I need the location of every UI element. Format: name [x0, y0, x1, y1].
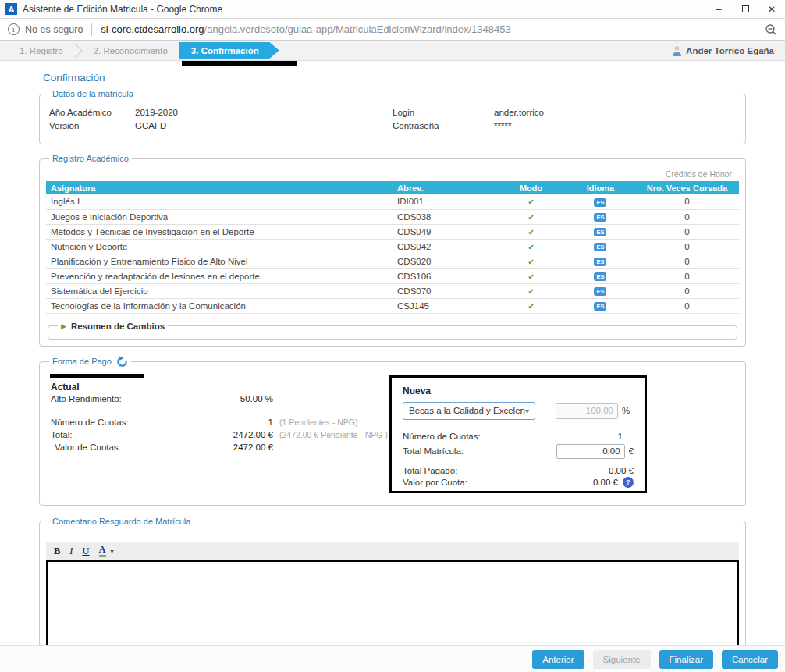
- window-titlebar: A Asistente de Edición Matricula - Googl…: [0, 0, 785, 19]
- language-es-badge[interactable]: ES: [594, 272, 606, 282]
- alto-rendimiento-label: Alto Rendimiento:: [51, 393, 187, 405]
- cell-veces: 0: [635, 209, 739, 224]
- cell-abrev: CDS106: [392, 268, 496, 283]
- cancelar-button[interactable]: Cancelar: [722, 650, 778, 669]
- active-tab-annotation-bar: [182, 61, 297, 66]
- step-reconocimiento[interactable]: 2. Reconocimiento: [94, 46, 168, 55]
- language-es-badge[interactable]: ES: [594, 302, 606, 311]
- cell-asignatura: Tecnologías de la Información y la Comun…: [46, 298, 392, 313]
- valor-cuotas-label: Valor de Cuotas:: [51, 441, 187, 453]
- cell-abrev: CDS042: [392, 239, 496, 254]
- cell-abrev: CDS049: [392, 224, 496, 239]
- url-host: si-core.ctdesarrollo.org: [101, 23, 204, 35]
- refresh-icon[interactable]: [116, 356, 128, 368]
- url-separator: [91, 23, 92, 36]
- version-label: Versión: [49, 119, 135, 133]
- anio-academico-label: Año Académico: [49, 106, 135, 119]
- table-row[interactable]: Inglés I IDI001 ✔ ES 0: [46, 194, 739, 209]
- language-es-badge[interactable]: ES: [594, 258, 606, 267]
- italic-button[interactable]: I: [69, 546, 73, 556]
- language-es-badge[interactable]: ES: [594, 287, 606, 297]
- login-value: ander.torrico: [494, 106, 544, 119]
- font-color-button[interactable]: A: [99, 545, 106, 557]
- col-veces: Nro. Veces Cursada: [635, 181, 739, 194]
- col-abrev: Abrev.: [392, 181, 496, 194]
- datos-matricula-legend: Datos de la matrícula: [49, 89, 137, 98]
- resumen-cambios-label[interactable]: Resumen de Cambios: [71, 322, 165, 331]
- table-row[interactable]: Planificación y Entrenamiento Físico de …: [46, 254, 739, 268]
- check-icon: ✔: [527, 287, 534, 296]
- registro-academico-section: Registro Académico Créditos de Honor: As…: [39, 154, 746, 347]
- step-confirmacion-active[interactable]: 3. Confirmación: [179, 42, 279, 59]
- check-icon: ✔: [527, 228, 534, 236]
- cell-veces: 0: [635, 298, 739, 313]
- beca-selected-option: Becas a la Calidad y Excelen: [409, 406, 525, 415]
- table-row[interactable]: Prevención y readaptación de lesiones en…: [46, 268, 739, 283]
- alto-rendimiento-value: 50.00 %: [187, 393, 273, 405]
- nueva-title: Nueva: [403, 386, 634, 396]
- total-matricula-input[interactable]: [556, 444, 625, 459]
- pago-nueva-box: Nueva Becas a la Calidad y Excelen ▾ % N…: [389, 375, 647, 493]
- resumen-cambios-section: ▶ Resumen de Cambios: [48, 322, 737, 340]
- table-row[interactable]: Tecnologías de la Información y la Comun…: [46, 298, 739, 313]
- minimize-button[interactable]: –: [705, 0, 732, 18]
- forma-pago-section: Forma de Pago Actual Alto Rendimiento: 5…: [39, 356, 746, 506]
- cell-veces: 0: [635, 268, 739, 283]
- table-row[interactable]: Nutrición y Deporte CDS042 ✔ ES 0: [46, 239, 739, 254]
- expand-triangle-icon[interactable]: ▶: [61, 322, 66, 330]
- cell-abrev: CSJ145: [392, 298, 496, 313]
- creditos-honor-label: Créditos de Honor:: [46, 168, 739, 181]
- finalizar-button[interactable]: Finalizar: [659, 650, 713, 669]
- cell-veces: 0: [635, 224, 739, 239]
- language-es-badge[interactable]: ES: [594, 213, 606, 222]
- cell-veces: 0: [635, 194, 739, 209]
- language-es-badge[interactable]: ES: [594, 228, 606, 237]
- registro-academico-legend: Registro Académico: [49, 154, 132, 163]
- cell-abrev: CDS020: [392, 254, 496, 268]
- col-asignatura: Asignatura: [46, 181, 392, 194]
- help-icon[interactable]: ?: [623, 477, 634, 488]
- total-pagado-label: Total Pagado:: [403, 466, 609, 475]
- total-matricula-label: Total Matrícula:: [403, 446, 556, 456]
- bold-button[interactable]: B: [54, 546, 60, 556]
- cell-asignatura: Inglés I: [46, 194, 392, 209]
- user-icon: [672, 45, 682, 56]
- table-row[interactable]: Sistemática del Ejercicio CDS070 ✔ ES 0: [46, 283, 739, 298]
- url-bar[interactable]: i No es seguro si-core.ctdesarrollo.org …: [0, 19, 785, 41]
- user-menu[interactable]: Ander Torrico Egaña: [672, 41, 774, 60]
- wizard-steps-bar: 1. Registro 2. Reconocimiento 3. Confirm…: [0, 41, 785, 61]
- total-label: Total:: [51, 428, 187, 441]
- table-row[interactable]: Juegos e Iniciación Deportiva CDS038 ✔ E…: [46, 209, 739, 224]
- underline-button[interactable]: U: [83, 546, 90, 556]
- check-icon: ✔: [527, 213, 534, 222]
- siguiente-button[interactable]: Siguiente: [593, 650, 651, 669]
- col-idioma: Idioma: [566, 181, 635, 194]
- check-icon: ✔: [527, 302, 534, 311]
- language-es-badge[interactable]: ES: [594, 198, 606, 208]
- maximize-icon: [742, 5, 749, 12]
- check-icon: ✔: [527, 258, 534, 266]
- total-pagado-value: 0.00 €: [609, 466, 634, 475]
- info-icon[interactable]: i: [8, 23, 20, 35]
- anterior-button[interactable]: Anterior: [532, 650, 584, 669]
- login-label: Login: [392, 106, 494, 119]
- user-name: Ander Torrico Egaña: [686, 46, 774, 55]
- cell-asignatura: Prevención y readaptación de lesiones en…: [46, 268, 392, 283]
- anio-academico-value: 2019-2020: [135, 106, 178, 119]
- comentario-legend: Comentario Resguardo de Matrícula: [49, 517, 194, 526]
- asignaturas-table: Asignatura Abrev. Modo Idioma Nro. Veces…: [46, 181, 739, 314]
- cell-asignatura: Métodos y Técnicas de Investigación en e…: [46, 224, 392, 239]
- table-row[interactable]: Métodos y Técnicas de Investigación en e…: [46, 224, 739, 239]
- beca-select[interactable]: Becas a la Calidad y Excelen ▾: [403, 402, 535, 420]
- maximize-button[interactable]: [732, 0, 758, 18]
- wizard-footer: Anterior Siguiente Finalizar Cancelar: [0, 645, 785, 672]
- language-es-badge[interactable]: ES: [594, 243, 606, 252]
- numero-cuotas-label: Número de Cuotas:: [51, 416, 187, 428]
- color-dropdown-caret-icon[interactable]: ▾: [111, 548, 114, 555]
- percent-input[interactable]: [556, 403, 618, 419]
- step-registro[interactable]: 1. Registro: [20, 46, 63, 55]
- forma-pago-legend: Forma de Pago: [49, 356, 131, 368]
- numero-cuotas-value: 1: [187, 416, 273, 428]
- close-button[interactable]: ✕: [758, 0, 785, 18]
- zoom-icon[interactable]: [765, 23, 777, 36]
